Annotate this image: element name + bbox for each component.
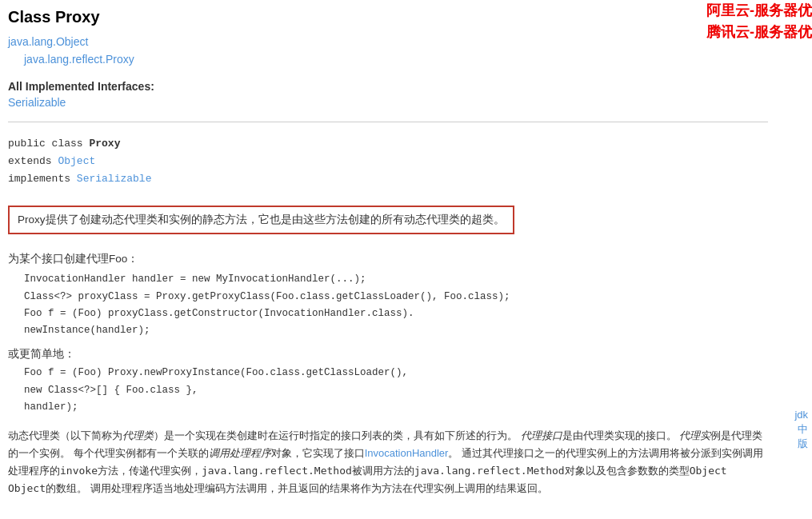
side-note-line3: 版 [794, 437, 808, 451]
divider [8, 122, 768, 122]
serializable-link-top[interactable]: Serializable [8, 96, 66, 109]
code-line-1: InvocationHandler handler = new MyInvoca… [24, 271, 768, 288]
page-title: Class Proxy [8, 8, 768, 26]
tencent-banner: 腾讯云-服务器优 [706, 22, 812, 43]
side-note: jdk 中 版 [794, 408, 808, 452]
serializable-implements-link[interactable]: Serializable [77, 173, 152, 185]
object-extends-link[interactable]: Object [58, 155, 95, 167]
code-simple-line-1: Foo f = (Foo) Proxy.newProxyInstance(Foo… [24, 365, 768, 381]
or-simpler-label: 或更简单地： [8, 347, 768, 361]
code-example-1: InvocationHandler handler = new MyInvoca… [24, 271, 768, 339]
desc-text: 动态代理类（以下简称为代理类）是一个实现在类创建时在运行时指定的接口列表的类，具… [8, 429, 763, 494]
code-line-3: Foo f = (Foo) proxyClass.getConstructor(… [24, 305, 768, 322]
class-decl-line1: public class Proxy [8, 135, 768, 153]
class-decl-line2: extends Object [8, 153, 768, 170]
side-note-line2: 中 [794, 422, 808, 437]
description-paragraph: 动态代理类（以下简称为代理类）是一个实现在类创建时在运行时指定的接口列表的类，具… [8, 427, 768, 497]
code-simple-line-3: handler); [24, 399, 768, 416]
aliyun-banner: 阿里云-服务器优 [706, 0, 812, 22]
code-line-2: Class<?> proxyClass = Proxy.getProxyClas… [24, 289, 768, 305]
object-link[interactable]: java.lang.Object [8, 35, 88, 48]
class-decl-line3: implements Serializable [8, 170, 768, 188]
for-interface-label: 为某个接口创建代理Foo： [8, 252, 768, 266]
proxy-link[interactable]: java.lang.reflect.Proxy [24, 53, 134, 66]
side-banner: 阿里云-服务器优 腾讯云-服务器优 [706, 0, 812, 43]
main-content: Class Proxy java.lang.Object java.lang.r… [0, 0, 784, 505]
side-note-line1: jdk [794, 408, 808, 422]
all-interfaces-label: All Implemented Interfaces: [8, 80, 768, 93]
code-example-2: Foo f = (Foo) Proxy.newProxyInstance(Foo… [24, 365, 768, 416]
code-simple-line-2: new Class<?>[] { Foo.class }, [24, 382, 768, 399]
class-hierarchy: java.lang.Object java.lang.reflect.Proxy [8, 33, 768, 69]
highlighted-description: Proxy提供了创建动态代理类和实例的静态方法，它也是由这些方法创建的所有动态代… [8, 206, 514, 234]
code-line-4: newInstance(handler); [24, 322, 768, 339]
invocation-handler-link[interactable]: InvocationHandler [365, 447, 449, 459]
class-declaration: public class Proxy extends Object implem… [8, 135, 768, 188]
